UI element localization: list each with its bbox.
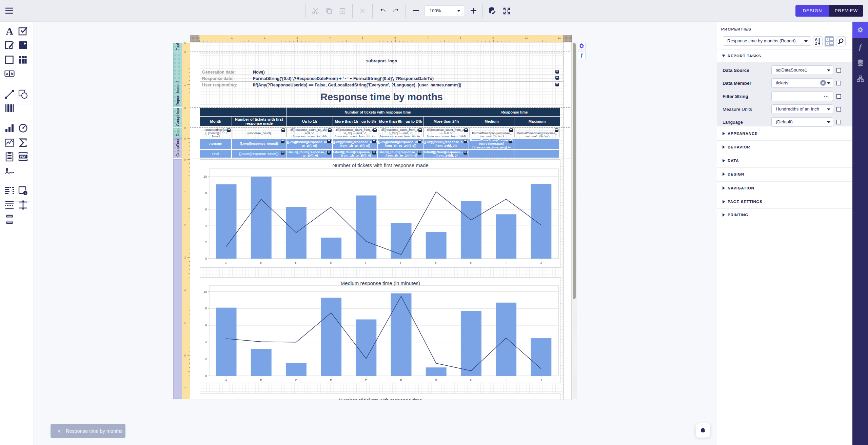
svg-text:4: 4 [205,341,207,344]
svg-text:B: B [260,261,262,265]
svg-text:PDF: PDF [20,155,26,158]
svg-text:E: E [365,261,367,265]
svg-text:J: J [540,379,542,382]
svg-text:D: D [330,379,332,382]
svg-text:6: 6 [205,324,207,327]
svg-text:10: 10 [203,290,207,294]
svg-text:E: E [365,379,367,382]
svg-text:I: I [506,261,507,265]
svg-text:Z: Z [815,42,817,45]
svg-text:A: A [225,379,227,382]
svg-text:G: G [435,379,437,382]
svg-text:H: H [470,379,472,382]
svg-text:i: i [25,191,26,195]
svg-text:4: 4 [205,224,207,227]
svg-text:2: 2 [205,357,207,361]
svg-text:J: J [540,261,542,265]
svg-text:0: 0 [205,374,207,378]
svg-text:A: A [815,38,817,41]
svg-text:Number of tickets with first r: Number of tickets with first response ma… [332,162,428,168]
svg-text:F: F [400,379,402,382]
svg-text:I: I [506,379,507,382]
svg-text:A: A [6,26,13,36]
svg-text:B: B [260,379,262,382]
svg-text:H: H [470,261,472,265]
svg-text:a: a [6,72,8,76]
svg-text:10: 10 [203,175,207,178]
svg-text:6: 6 [205,208,207,211]
svg-text:C: C [295,379,297,382]
svg-text:0: 0 [205,257,207,260]
svg-text:Medium response time (in minut: Medium response time (in minutes) [341,280,420,286]
svg-text:8: 8 [205,307,207,310]
svg-text:D: D [330,261,332,265]
svg-text:C: C [295,261,297,265]
svg-text:8: 8 [205,191,207,195]
svg-text:A: A [225,261,227,265]
svg-text:G: G [435,261,437,265]
svg-text:F: F [400,261,402,265]
svg-text:2: 2 [205,241,207,244]
svg-text:b: b [11,72,13,76]
